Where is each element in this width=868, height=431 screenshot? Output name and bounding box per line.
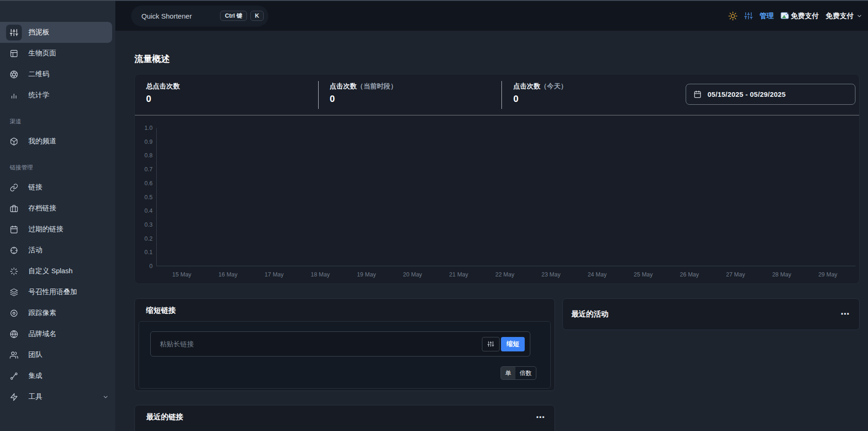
sidebar-item-dashboard[interactable]: 挡泥板 [0,22,112,43]
sliders-icon [6,25,22,40]
sidebar-item-label: 过期的链接 [28,225,63,234]
sidebar-item-label: 号召性用语叠加 [28,288,77,296]
sidebar-item-label: 跟踪像素 [28,309,56,317]
sidebar-item-campaigns[interactable]: 活动 [0,240,115,261]
sidebar-item-bio-pages[interactable]: 生物页面 [0,43,115,64]
sidebar-item-statistics[interactable]: 统计学 [0,85,115,106]
sidebar-item-tracking-pixels[interactable]: 跟踪像素 [0,303,115,323]
stat-value: 0 [146,94,318,104]
sidebar-item-tools[interactable]: 工具 [0,386,115,407]
layout-icon [6,46,22,61]
sidebar-item-label: 自定义 Splash [28,267,73,276]
broken-avatar-image-icon [781,12,789,20]
sidebar-item-label: 二维码 [28,70,49,79]
sidebar-item-label: 团队 [28,350,42,359]
briefcase-icon [6,201,22,216]
chevron-down-icon [102,394,109,400]
search-placeholder-text: Quick Shortener [141,12,192,20]
window-top-border [0,0,868,1]
sidebar-item-label: 存档链接 [28,204,56,213]
sidebar-section-channels: 渠道 [0,112,115,131]
date-range-value: 05/15/2025 - 05/29/2025 [708,90,786,98]
page-title: 流量概述 [134,54,860,65]
sidebar-item-custom-splash[interactable]: 自定义 Splash [0,261,115,282]
chart-y-axis-labels: 1.0 0.9 0.8 0.7 0.6 0.5 0.4 0.3 0.2 0.1 … [135,128,153,266]
more-menu-icon[interactable]: ⋯ [536,415,545,420]
sliders-icon [487,341,494,347]
sidebar-item-expired-links[interactable]: 过期的链接 [0,219,115,240]
link-options-button[interactable] [482,337,500,351]
stat-clicks-today: 点击次数（今天） 0 [502,81,686,109]
package-icon [6,134,22,149]
sidebar-item-label: 链接 [28,183,42,192]
sidebar-item-label: 活动 [28,246,42,255]
account-name: 免费支付 [826,12,854,20]
keyboard-shortcut: Ctrl 键 K [220,11,264,21]
calendar-icon [694,90,701,98]
crosshair-icon [6,242,22,258]
stat-sublabel: （今天） [540,82,567,90]
user-avatar[interactable]: 免费支付 [781,12,819,20]
sidebar-item-label: 我的频道 [28,137,56,146]
avatar-alt-text: 免费支付 [791,12,819,20]
mode-single-button[interactable]: 单 [501,367,515,379]
stat-clicks-current-period: 点击次数（当前时段） 0 [319,81,502,109]
sidebar-item-cta-overlays[interactable]: 号召性用语叠加 [0,282,115,303]
manage-link[interactable]: 管理 [760,12,774,20]
k-key-badge: K [250,11,264,21]
sidebar-item-branded-domains[interactable]: 品牌域名 [0,323,115,344]
stat-total-clicks: 总点击次数 0 [135,81,319,109]
link-icon [6,180,22,195]
sidebar-item-integrations[interactable]: 集成 [0,365,115,386]
sidebar-section-link-management: 链接管理 [0,158,115,177]
date-range-picker[interactable]: 05/15/2025 - 05/29/2025 [686,84,855,105]
sidebar-item-label: 生物页面 [28,49,56,58]
topbar: Quick Shortener Ctrl 键 K 管理 免费支付 免费支付 [115,1,868,31]
sidebar-item-label: 品牌域名 [28,330,56,338]
topbar-actions: 管理 免费支付 免费支付 [728,12,862,20]
sidebar-item-team[interactable]: 团队 [0,344,115,365]
sidebar-item-label: 集成 [28,371,42,380]
more-menu-icon[interactable]: ⋯ [841,312,850,317]
stat-label: 点击次数 [513,82,540,90]
stat-value: 0 [513,94,686,104]
sidebar-item-archived-links[interactable]: 存档链接 [0,198,115,219]
recent-activity-card: 最近的活动 ⋯ [562,298,860,330]
traffic-overview-card: 总点击次数 0 点击次数（当前时段） 0 点击次数（今天） 0 05/15/20… [134,74,860,284]
bar-chart-icon [6,88,22,103]
aperture-icon [6,67,22,82]
theme-sun-icon[interactable] [728,12,737,20]
chart-x-axis-labels: 15 May 16 May 17 May 18 May 19 May 20 Ma… [156,271,855,280]
calendar-icon [6,222,22,237]
account-menu[interactable]: 免费支付 [826,12,862,20]
shorten-link-card: 缩短链接 缩短 单 [134,298,555,391]
layers-icon [6,284,22,300]
url-input-row: 缩短 [150,331,530,357]
search-button[interactable]: Quick Shortener Ctrl 键 K [131,6,268,27]
ctrl-key-badge: Ctrl 键 [220,11,247,21]
single-multiple-toggle: 单 倍数 [501,366,536,380]
shorten-form-panel: 缩短 单 倍数 [139,321,551,389]
shorten-button[interactable]: 缩短 [501,337,525,351]
users-icon [6,347,22,363]
share-icon [6,368,22,384]
recent-activity-title: 最近的活动 [571,310,608,319]
recent-links-title: 最近的链接 [146,412,183,422]
loader-icon [6,263,22,279]
preferences-sliders-icon[interactable] [744,12,753,20]
stat-sublabel: （当前时段） [357,82,397,90]
sidebar-item-my-channels[interactable]: 我的频道 [0,131,115,152]
stats-row: 总点击次数 0 点击次数（当前时段） 0 点击次数（今天） 0 05/15/20… [135,74,859,115]
long-url-input[interactable] [151,340,482,348]
disc-icon [6,305,22,321]
sidebar-item-label: 统计学 [28,91,49,100]
sidebar-item-links[interactable]: 链接 [0,177,115,198]
recent-links-card: 最近的链接 ⋯ [134,405,555,431]
sidebar-item-qr-codes[interactable]: 二维码 [0,64,115,85]
sidebar-item-label: 工具 [28,392,42,401]
mode-multiple-button[interactable]: 倍数 [515,367,536,379]
sidebar-item-label: 挡泥板 [28,28,49,37]
stat-label: 总点击次数 [146,82,180,90]
app-window: 挡泥板 生物页面 二维码 统计学 渠道 [0,0,868,431]
globe-icon [6,326,22,342]
